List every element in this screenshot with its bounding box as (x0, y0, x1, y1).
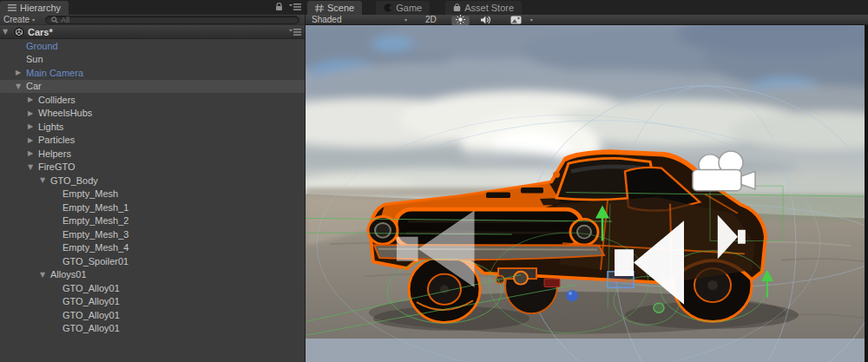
game-tab-label: Game (396, 3, 422, 13)
hierarchy-item-label: GTO_Alloy01 (62, 283, 120, 293)
hierarchy-item-sun[interactable]: Sun (0, 53, 305, 67)
hierarchy-item-label: WheelsHubs (38, 108, 92, 118)
hierarchy-item-label: Empty_Mesh_3 (62, 229, 128, 240)
scene-3d-render (306, 25, 868, 362)
unity-scene-icon (14, 27, 24, 37)
hierarchy-item-gto-spoiler01[interactable]: GTO_Spoiler01 (0, 254, 305, 268)
hierarchy-item-helpers[interactable]: ▶Helpers (0, 147, 305, 161)
hierarchy-item-label: Sun (26, 54, 43, 64)
disclosure-triangle[interactable]: ▼ (26, 163, 38, 171)
hierarchy-item-label: Colliders (38, 95, 76, 105)
image-icon (510, 16, 522, 24)
audio-toggle-button[interactable] (477, 15, 496, 25)
hierarchy-item-empty-mesh[interactable]: Empty_Mesh (0, 188, 305, 201)
asset-store-tab-label: Asset Store (464, 3, 514, 13)
scene-toolbar: Shaded ▾ 2D (306, 15, 868, 25)
create-button[interactable]: Create▾ (3, 15, 35, 24)
render-mode-dropdown[interactable]: Shaded ▾ (308, 15, 411, 24)
hierarchy-item-wheelshubs[interactable]: ▶WheelsHubs (0, 107, 305, 121)
disclosure-triangle[interactable]: ▼ (3, 28, 14, 36)
hierarchy-item-particles[interactable]: ▶Particles (0, 134, 305, 148)
hierarchy-item-label: GTO_Alloy01 (62, 296, 120, 306)
hierarchy-item-ground[interactable]: Ground (0, 39, 305, 53)
hierarchy-tree: GroundSun▶Main Camera▼Car▶Colliders▶Whee… (0, 39, 305, 335)
tab-game[interactable]: Game (376, 1, 430, 15)
hierarchy-item-label: Empty_Mesh_1 (62, 202, 128, 213)
hierarchy-item-label: Particles (38, 135, 75, 145)
hierarchy-item-label: Car (26, 81, 42, 91)
disclosure-triangle[interactable]: ▶ (26, 136, 38, 144)
hierarchy-item-gto-body[interactable]: ▼GTO_Body (0, 174, 305, 188)
hierarchy-item-firegto[interactable]: ▼FireGTO (0, 161, 305, 174)
hierarchy-item-empty-mesh-3[interactable]: Empty_Mesh_3 (0, 227, 305, 241)
disclosure-triangle[interactable]: ▼ (38, 271, 50, 279)
hierarchy-item-empty-mesh-4[interactable]: Empty_Mesh_4 (0, 241, 305, 255)
hierarchy-item-label: Main Camera (26, 68, 83, 78)
scene-header-menu-icon[interactable] (289, 29, 301, 36)
speaker-icon (481, 16, 491, 24)
hierarchy-item-label: GTO_Alloy01 (62, 323, 120, 333)
hierarchy-item-colliders[interactable]: ▶Colliders (0, 93, 305, 107)
hierarchy-item-lights[interactable]: ▶Lights (0, 120, 305, 134)
hierarchy-item-car[interactable]: ▼Car (0, 80, 305, 94)
lighting-toggle-button[interactable] (451, 15, 470, 25)
disclosure-triangle[interactable]: ▼ (14, 82, 26, 90)
disclosure-triangle[interactable]: ▶ (26, 95, 38, 103)
hierarchy-item-label: Alloys01 (50, 269, 87, 280)
viewport-right-edge (865, 25, 868, 362)
sun-icon (456, 15, 465, 24)
hierarchy-item-empty-mesh-2[interactable]: Empty_Mesh_2 (0, 214, 305, 228)
scene-tab-label: Scene (327, 3, 354, 13)
effects-toggle-button[interactable] (506, 15, 526, 25)
scene-viewport[interactable] (306, 25, 868, 362)
hierarchy-item-gto-alloy01[interactable]: GTO_Alloy01 (0, 281, 305, 295)
search-placeholder: All (61, 16, 69, 24)
disclosure-triangle[interactable]: ▶ (26, 122, 38, 130)
tab-scene[interactable]: Scene (307, 1, 362, 15)
tab-hierarchy[interactable]: Hierarchy (0, 1, 69, 15)
hierarchy-item-gto-alloy01[interactable]: GTO_Alloy01 (0, 308, 305, 322)
hierarchy-item-label: Ground (26, 41, 58, 51)
scene-panel: Scene Game Asset Store Shaded ▾ (306, 0, 868, 362)
hierarchy-panel: Hierarchy Create▾ All (0, 0, 306, 362)
hierarchy-item-gto-alloy01[interactable]: GTO_Alloy01 (0, 322, 305, 336)
panel-menu-icon[interactable] (289, 3, 301, 11)
hierarchy-item-label: GTO_Body (50, 175, 98, 186)
hierarchy-toolbar: Create▾ All (0, 15, 305, 25)
hierarchy-tab-label: Hierarchy (20, 3, 61, 13)
search-icon (51, 16, 58, 23)
hierarchy-item-label: Empty_Mesh (62, 188, 118, 199)
chevron-down-icon: ▾ (404, 16, 407, 23)
disclosure-triangle[interactable]: ▶ (26, 109, 38, 117)
hierarchy-item-gto-alloy01[interactable]: GTO_Alloy01 (0, 295, 305, 309)
scene-name: Cars* (28, 27, 53, 37)
lock-icon[interactable] (275, 3, 283, 11)
search-input[interactable]: All (45, 16, 299, 24)
hierarchy-item-label: Empty_Mesh_2 (62, 215, 128, 226)
hierarchy-item-main-camera[interactable]: ▶Main Camera (0, 66, 305, 80)
chevron-down-icon: ▾ (530, 16, 533, 23)
asset-store-bag-icon (453, 3, 461, 12)
render-mode-label: Shaded (312, 15, 404, 24)
hierarchy-item-label: Lights (38, 122, 63, 132)
effects-dropdown-button[interactable]: ▾ (526, 15, 537, 25)
hierarchy-tabbar: Hierarchy (0, 0, 305, 15)
list-icon (8, 4, 16, 11)
hierarchy-item-label: FireGTO (38, 161, 76, 172)
scene-tabbar: Scene Game Asset Store (306, 0, 868, 15)
chevron-down-icon: ▾ (32, 16, 35, 23)
unity-editor-window: Hierarchy Create▾ All (0, 0, 868, 362)
hierarchy-item-empty-mesh-1[interactable]: Empty_Mesh_1 (0, 201, 305, 214)
hierarchy-item-label: Helpers (38, 148, 71, 159)
hierarchy-item-label: GTO_Spoiler01 (62, 256, 128, 267)
scene-header-row[interactable]: ▼ Cars* (0, 25, 305, 39)
tab-asset-store[interactable]: Asset Store (445, 1, 522, 15)
2d-toggle-button[interactable]: 2D (421, 15, 441, 25)
hierarchy-item-label: Empty_Mesh_4 (62, 242, 128, 253)
disclosure-triangle[interactable]: ▼ (38, 176, 50, 184)
disclosure-triangle[interactable]: ▶ (26, 149, 38, 157)
hierarchy-item-alloys01[interactable]: ▼Alloys01 (0, 268, 305, 282)
scene-grid-icon (315, 4, 324, 12)
disclosure-triangle[interactable]: ▶ (14, 69, 26, 76)
hierarchy-item-label: GTO_Alloy01 (62, 310, 120, 320)
